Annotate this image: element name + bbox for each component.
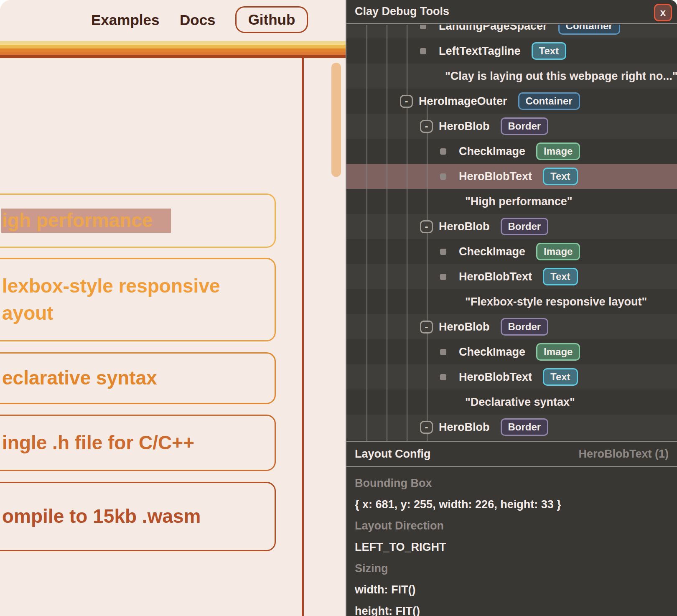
- nav-link-examples[interactable]: Examples: [91, 11, 159, 29]
- element-bullet-icon: [440, 374, 446, 380]
- element-type-badge: Text: [543, 368, 578, 386]
- element-type-badge: Image: [536, 243, 580, 261]
- tree-text-preview-row[interactable]: "Declarative syntax": [346, 389, 677, 415]
- tree-text-preview: "Clay is laying out this webpage right n…: [445, 70, 677, 83]
- stripe-band: [0, 41, 346, 45]
- element-bullet-icon: [440, 349, 446, 355]
- feature-box-text: eclarative syntax: [2, 364, 275, 392]
- tree-row[interactable]: -HeroImageOuterContainer: [346, 89, 677, 114]
- feature-box-text: ayout: [2, 300, 275, 327]
- stripe-band: [0, 55, 346, 58]
- element-bullet-icon: [420, 48, 426, 54]
- feature-box: lexbox-style responsiveayout: [0, 258, 276, 341]
- element-type-badge: Border: [501, 418, 549, 436]
- tree-text-preview: "Flexbox-style responsive layout": [465, 295, 647, 308]
- tree-row[interactable]: HeroBlobTextText: [346, 364, 677, 389]
- tree-element-name: HeroBlob: [439, 220, 490, 233]
- feature-box-text: lexbox-style responsive: [2, 272, 275, 300]
- stripe-band: [0, 45, 346, 48]
- selected-element-label: HeroBlobText (1): [578, 448, 669, 461]
- tree-element-name: CheckImage: [459, 145, 525, 158]
- app-window: Examples Docs Github igh performancelexb…: [0, 0, 677, 616]
- tree-rows: LandingPageSpacerContainerLeftTextTaglin…: [346, 25, 677, 440]
- element-type-badge: Text: [543, 168, 578, 186]
- feature-box-text: ingle .h file for C/C++: [2, 429, 275, 456]
- config-field-value: LEFT_TO_RIGHT: [355, 537, 669, 558]
- page-scrollbar-thumb[interactable]: [331, 63, 341, 177]
- nav-link-docs[interactable]: Docs: [180, 11, 216, 29]
- feature-box: ompile to 15kb .wasm: [0, 482, 276, 551]
- layout-config-header: Layout Config HeroBlobText (1): [346, 442, 677, 467]
- site-page: Examples Docs Github igh performancelexb…: [0, 0, 346, 616]
- element-type-badge: Border: [501, 218, 549, 236]
- feature-box-text: igh performance: [2, 207, 275, 234]
- element-bullet-icon: [420, 25, 426, 29]
- collapse-toggle-button[interactable]: -: [400, 95, 413, 108]
- tree-text-preview-row[interactable]: "Clay is laying out this webpage right n…: [346, 64, 677, 89]
- collapse-toggle-button[interactable]: -: [420, 421, 433, 434]
- tree-element-name: HeroBlobText: [459, 371, 532, 384]
- tree-element-name: HeroBlob: [439, 120, 490, 133]
- tree-element-name: HeroBlobText: [459, 270, 532, 283]
- feature-box-text: ompile to 15kb .wasm: [2, 503, 275, 530]
- tree-text-preview: "Declarative syntax": [465, 396, 575, 409]
- github-button[interactable]: Github: [235, 6, 308, 33]
- tree-guide-line: [366, 25, 367, 441]
- layout-config-title: Layout Config: [355, 448, 430, 461]
- element-type-badge: Border: [501, 117, 549, 135]
- collapse-toggle-button[interactable]: -: [420, 321, 433, 333]
- tree-text-preview-row[interactable]: "High performance": [346, 189, 677, 214]
- tree-guide-line: [407, 25, 407, 441]
- element-type-badge: Text: [532, 42, 567, 60]
- tree-element-name: CheckImage: [459, 346, 525, 359]
- close-button[interactable]: x: [654, 4, 672, 21]
- tree-row[interactable]: -HeroBlobBorder: [346, 314, 677, 339]
- stripe-band: [0, 52, 346, 55]
- collapse-toggle-button[interactable]: -: [420, 120, 433, 133]
- tree-element-name: LandingPageSpacer: [439, 25, 547, 33]
- tree-row[interactable]: -HeroBlobBorder: [346, 415, 677, 440]
- element-bullet-icon: [440, 274, 446, 280]
- config-field-label: Sizing: [355, 558, 669, 579]
- tree-text-preview: "High performance": [465, 195, 573, 208]
- feature-box: igh performance: [0, 193, 276, 248]
- page-divider-line: [302, 58, 304, 616]
- tree-row[interactable]: LeftTextTaglineText: [346, 38, 677, 64]
- element-type-badge: Border: [501, 318, 549, 336]
- element-type-badge: Text: [543, 268, 578, 286]
- collapse-toggle-button[interactable]: -: [420, 220, 433, 233]
- config-field-label: Layout Direction: [355, 515, 669, 537]
- tree-guide-line: [427, 100, 428, 441]
- feature-box: ingle .h file for C/C++: [0, 415, 276, 471]
- tree-row[interactable]: -HeroBlobBorder: [346, 214, 677, 239]
- debug-panel-title: Clay Debug Tools: [346, 5, 449, 18]
- tree-row[interactable]: -HeroBlobBorder: [346, 114, 677, 139]
- element-type-badge: Image: [536, 143, 580, 160]
- tree-row[interactable]: CheckImageImage: [346, 139, 677, 164]
- tree-row[interactable]: CheckImageImage: [346, 239, 677, 264]
- tree-element-name: HeroBlob: [439, 321, 490, 333]
- tree-row[interactable]: LandingPageSpacerContainer: [346, 25, 677, 38]
- element-bullet-icon: [440, 148, 446, 155]
- feature-box: eclarative syntax: [0, 352, 276, 404]
- tree-row[interactable]: HeroBlobTextText: [346, 164, 677, 189]
- element-type-badge: Image: [536, 343, 580, 361]
- tree-text-preview-row[interactable]: "Flexbox-style responsive layout": [346, 289, 677, 314]
- config-field-value: width: FIT(): [355, 579, 669, 601]
- tree-row[interactable]: HeroBlobTextText: [346, 264, 677, 289]
- element-tree: LandingPageSpacerContainerLeftTextTaglin…: [346, 25, 677, 441]
- debug-panel-header: Clay Debug Tools x: [346, 0, 677, 24]
- tree-element-name: CheckImage: [459, 245, 525, 258]
- config-field-label: Bounding Box: [355, 473, 669, 494]
- decorative-stripes: [0, 41, 346, 58]
- layout-config-body: Bounding Box{ x: 681, y: 255, width: 226…: [346, 467, 677, 616]
- tree-guide-line: [387, 25, 387, 441]
- element-type-badge: Container: [518, 92, 580, 110]
- stripe-band: [0, 48, 346, 52]
- config-field-value: height: FIT(): [355, 601, 669, 616]
- tree-row[interactable]: CheckImageImage: [346, 339, 677, 364]
- tree-element-name: LeftTextTagline: [439, 45, 521, 58]
- debug-panel: Clay Debug Tools x LandingPageSpacerCont…: [346, 0, 677, 616]
- element-bullet-icon: [440, 249, 446, 255]
- element-bullet-icon: [440, 173, 446, 180]
